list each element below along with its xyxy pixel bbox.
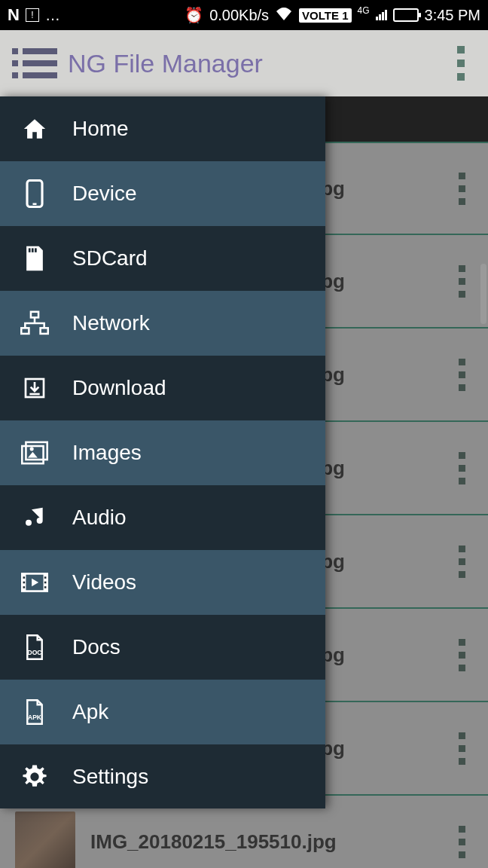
signal-icon <box>376 10 387 20</box>
docs-icon: DOC <box>20 632 50 662</box>
drawer-item-label: Audio <box>72 506 127 530</box>
alarm-icon: ⏰ <box>185 6 203 24</box>
drawer-item-label: Docs <box>72 635 120 659</box>
svg-rect-3 <box>32 248 34 252</box>
drawer-item-settings[interactable]: Settings <box>0 744 325 809</box>
svg-rect-0 <box>27 181 42 207</box>
svg-rect-6 <box>21 328 29 334</box>
status-right: ⏰ 0.00Kb/s VOLTE 1 4G 3:45 PM <box>185 5 480 25</box>
app-title: NG File Manager <box>68 49 263 78</box>
status-bar: N ! … ⏰ 0.00Kb/s VOLTE 1 4G 3:45 PM <box>0 0 488 30</box>
app-bar: NG File Manager <box>0 30 488 96</box>
images-icon <box>20 438 50 468</box>
hamburger-menu-icon[interactable] <box>12 48 57 78</box>
battery-icon <box>393 8 419 22</box>
drawer-item-label: Images <box>72 441 142 465</box>
scrollbar-indicator <box>480 264 486 324</box>
svg-rect-18 <box>23 586 26 588</box>
svg-text:APK: APK <box>28 714 42 721</box>
drawer-item-label: Apk <box>72 700 108 724</box>
drawer-item-label: SDCard <box>72 246 148 270</box>
network-speed: 0.00Kb/s <box>209 7 269 24</box>
drawer-item-videos[interactable]: Videos <box>0 550 325 615</box>
drawer-item-audio[interactable]: Audio <box>0 485 325 550</box>
settings-icon <box>20 762 50 792</box>
svg-rect-17 <box>23 582 26 584</box>
svg-rect-2 <box>29 248 31 252</box>
svg-rect-19 <box>44 576 47 579</box>
audio-icon <box>20 503 50 533</box>
drawer-item-label: Settings <box>72 765 148 789</box>
status-left: N ! … <box>8 5 62 25</box>
drawer-item-label: Network <box>72 311 150 335</box>
drawer-item-images[interactable]: Images <box>0 420 325 485</box>
android-n-icon: N <box>8 5 20 25</box>
drawer-item-label: Download <box>72 376 166 400</box>
notification-icon: ! <box>26 8 39 22</box>
signal-4g-label: 4G <box>358 5 370 16</box>
overflow-menu-icon[interactable] <box>446 46 476 81</box>
svg-rect-20 <box>44 582 47 584</box>
svg-rect-1 <box>33 203 37 206</box>
sdcard-icon <box>20 243 50 274</box>
wifi-icon <box>275 5 293 25</box>
clock-time: 3:45 PM <box>425 7 480 24</box>
drawer-item-docs[interactable]: DOCDocs <box>0 615 325 680</box>
home-icon <box>20 114 50 144</box>
content-area: .jpg.jpg.jpg.jpg.jpg.jpg.jpgIMG_20180215… <box>0 96 488 868</box>
svg-rect-5 <box>31 312 38 318</box>
drawer-item-device[interactable]: Device <box>0 161 325 226</box>
volte-badge: VOLTE 1 <box>299 8 351 23</box>
download-icon <box>20 373 50 403</box>
network-icon <box>20 308 50 338</box>
svg-rect-4 <box>35 248 37 252</box>
drawer-item-home[interactable]: Home <box>0 96 325 161</box>
drawer-item-apk[interactable]: APKApk <box>0 680 325 744</box>
svg-rect-21 <box>44 586 47 588</box>
apk-icon: APK <box>20 697 50 727</box>
navigation-drawer: HomeDeviceSDCardNetworkDownloadImagesAud… <box>0 96 325 808</box>
svg-rect-7 <box>41 328 48 334</box>
svg-point-12 <box>30 447 34 451</box>
drawer-item-download[interactable]: Download <box>0 356 325 420</box>
drawer-item-label: Home <box>72 117 129 141</box>
videos-icon <box>20 567 50 598</box>
svg-rect-16 <box>23 576 26 579</box>
more-notifications-icon: … <box>45 7 62 24</box>
drawer-item-sdcard[interactable]: SDCard <box>0 226 325 291</box>
drawer-item-label: Videos <box>72 570 136 594</box>
svg-text:DOC: DOC <box>28 649 42 656</box>
drawer-item-label: Device <box>72 182 137 206</box>
drawer-item-network[interactable]: Network <box>0 291 325 356</box>
device-icon <box>20 179 50 209</box>
